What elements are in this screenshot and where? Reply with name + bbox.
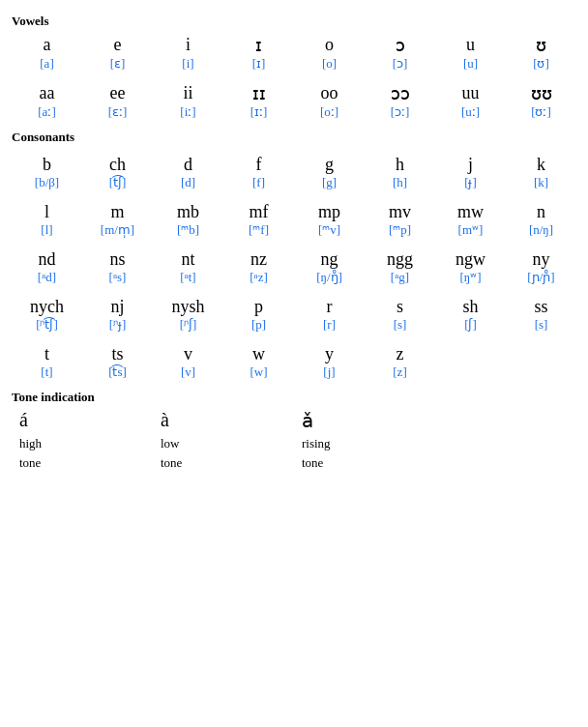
consonant-ipa: [ⁿt] xyxy=(153,270,223,289)
consonants-ipa-row: [ᶮt͡ʃ][ᶮɟ][ᶮʃ][p][r][s][ʃ][s] xyxy=(12,317,576,336)
consonant-ipa: [v] xyxy=(153,364,223,384)
consonant-char: v xyxy=(153,340,223,364)
tone-label-line1: low xyxy=(153,434,294,453)
consonant-ipa: [s] xyxy=(506,317,576,336)
vowel-long-char: ʊʊ xyxy=(506,79,576,104)
consonants-char-row: nychnjnyshprsshss xyxy=(12,293,576,317)
tone-label-row1: highlowrising xyxy=(12,434,576,453)
consonant-char: nt xyxy=(153,246,223,270)
consonant-char: nych xyxy=(12,293,82,317)
vowel-long-ipa: [ɛː] xyxy=(82,104,153,124)
vowel-long-ipa: [ɪː] xyxy=(223,104,294,124)
tone-label-row2: tonetonetone xyxy=(12,453,576,473)
consonant-ipa: [j] xyxy=(294,364,365,384)
vowels-section: Vowels aeiɪoɔuʊ[a][ɛ][i][ɪ][o][ɔ][u][ʊ]a… xyxy=(12,14,576,124)
consonants-ipa-row: [ⁿd][ⁿs][ⁿt][ⁿz][ŋ/ŋ̊][ⁿg][ŋʷ][ɲ/ɲ̊] xyxy=(12,270,576,289)
consonant-ipa: [ᶮt͡ʃ] xyxy=(12,317,82,336)
vowel-char: ɔ xyxy=(365,31,435,56)
vowels-row2-ipa: [aː][ɛː][iː][ɪː][oː][ɔː][uː][ʊː] xyxy=(12,104,576,124)
tone-section: Tone indication áàǎhighlowrisingtonetone… xyxy=(12,390,576,473)
vowel-ipa: [o] xyxy=(294,56,365,75)
vowel-long-ipa: [ɔː] xyxy=(365,104,435,124)
vowel-long-char: ɔɔ xyxy=(365,79,435,104)
consonant-char: ngg xyxy=(365,246,435,270)
consonant-ipa: [ᵐf] xyxy=(223,222,294,242)
vowel-ipa: [ɔ] xyxy=(365,56,435,75)
consonant-ipa: [t͡s] xyxy=(82,364,153,384)
vowel-long-ipa: [ʊː] xyxy=(506,104,576,124)
consonant-char: ny xyxy=(506,246,576,270)
vowel-long-char: ɪɪ xyxy=(223,79,294,104)
tone-label-line1: rising xyxy=(294,434,435,453)
vowel-long-ipa: [uː] xyxy=(435,104,506,124)
consonant-char: ts xyxy=(82,340,153,364)
consonant-char: d xyxy=(153,151,223,175)
consonant-char: z xyxy=(365,340,435,364)
tone-label-line2: tone xyxy=(12,453,153,473)
vowel-ipa: [a] xyxy=(12,56,82,75)
vowels-title: Vowels xyxy=(12,14,576,29)
consonant-char: ng xyxy=(294,246,365,270)
consonant-char: mp xyxy=(294,198,365,222)
vowel-char: u xyxy=(435,31,506,56)
vowel-ipa: [i] xyxy=(153,56,223,75)
consonant-char: k xyxy=(506,151,576,175)
consonant-char: ns xyxy=(82,246,153,270)
vowels-row1-chars: aeiɪoɔuʊ xyxy=(12,31,576,56)
consonant-ipa: [ⁿd] xyxy=(12,270,82,289)
vowels-table: aeiɪoɔuʊ[a][ɛ][i][ɪ][o][ɔ][u][ʊ]aaeeiiɪɪ… xyxy=(12,31,576,124)
consonant-char: h xyxy=(365,151,435,175)
consonant-ipa: [ᵐb] xyxy=(153,222,223,242)
consonants-ipa-row: [t][t͡s][v][w][j][z] xyxy=(12,364,576,384)
consonant-char: nysh xyxy=(153,293,223,317)
consonant-ipa: [ŋʷ] xyxy=(435,270,506,289)
vowel-char: e xyxy=(82,31,153,56)
vowel-long-ipa: [oː] xyxy=(294,104,365,124)
vowels-row1-ipa: [a][ɛ][i][ɪ][o][ɔ][u][ʊ] xyxy=(12,56,576,75)
consonant-ipa: [d] xyxy=(153,175,223,194)
tone-label-line2: tone xyxy=(153,453,294,473)
vowel-char: o xyxy=(294,31,365,56)
consonant-ipa: [ɟ] xyxy=(435,175,506,194)
consonant-char: f xyxy=(223,151,294,175)
consonant-ipa: [ⁿs] xyxy=(82,270,153,289)
vowel-long-ipa: [iː] xyxy=(153,104,223,124)
consonant-ipa: [ʃ] xyxy=(435,317,506,336)
consonant-ipa xyxy=(506,364,576,384)
consonant-char: l xyxy=(12,198,82,222)
consonant-char xyxy=(435,340,506,364)
vowel-long-char: ee xyxy=(82,79,153,104)
consonant-ipa: [ᵐp] xyxy=(365,222,435,242)
vowel-char: a xyxy=(12,31,82,56)
consonant-ipa: [ᵐv] xyxy=(294,222,365,242)
consonant-char: mw xyxy=(435,198,506,222)
consonant-ipa: [l] xyxy=(12,222,82,242)
consonant-ipa: [b/β] xyxy=(12,175,82,194)
vowel-long-char: uu xyxy=(435,79,506,104)
consonant-char: w xyxy=(223,340,294,364)
consonant-char: y xyxy=(294,340,365,364)
vowel-ipa: [ʊ] xyxy=(506,56,576,75)
tone-char: ǎ xyxy=(294,407,435,434)
consonants-ipa-row: [l][m/m̩][ᵐb][ᵐf][ᵐv][ᵐp][mʷ][n/ŋ] xyxy=(12,222,576,242)
consonant-char: nj xyxy=(82,293,153,317)
consonant-char: b xyxy=(12,151,82,175)
consonant-ipa: [m/m̩] xyxy=(82,222,153,242)
consonants-char-row: ttsvwyz xyxy=(12,340,576,364)
consonants-table: bchdfghjk[b/β][t͡ʃ][d][f][g][h][ɟ][k]lmm… xyxy=(12,147,576,384)
consonants-char-row: bchdfghjk xyxy=(12,151,576,175)
consonant-char: sh xyxy=(435,293,506,317)
vowel-long-char: aa xyxy=(12,79,82,104)
tone-char: à xyxy=(153,407,294,434)
consonant-char: g xyxy=(294,151,365,175)
consonant-ipa: [r] xyxy=(294,317,365,336)
tone-char: á xyxy=(12,407,153,434)
consonant-char xyxy=(506,340,576,364)
consonant-char: ss xyxy=(506,293,576,317)
consonant-char: j xyxy=(435,151,506,175)
consonant-ipa: [ⁿz] xyxy=(223,270,294,289)
consonants-char-row: ndnsntnzngnggngwny xyxy=(12,246,576,270)
consonant-ipa: [h] xyxy=(365,175,435,194)
consonant-char: m xyxy=(82,198,153,222)
consonant-char: s xyxy=(365,293,435,317)
